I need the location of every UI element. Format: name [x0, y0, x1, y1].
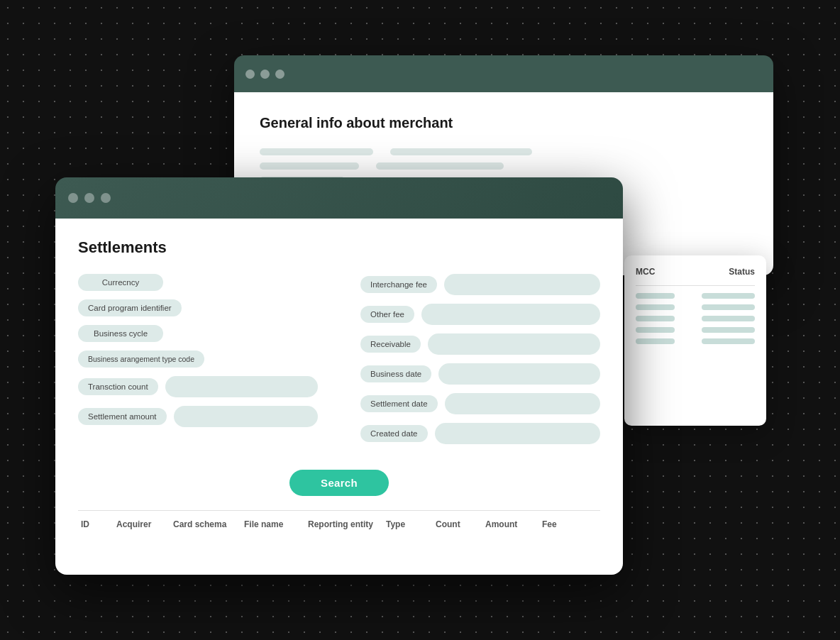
filter-label-business-date: Business date	[360, 365, 431, 382]
filter-label-business-cycle: Business cycle	[78, 325, 163, 342]
col-id: ID	[78, 519, 114, 529]
filter-row-receivable: Receivable	[360, 333, 600, 355]
right-data-row-5	[636, 338, 755, 344]
right-data-row-1	[636, 293, 755, 299]
filter-row-settlement-date: Settlement date	[360, 393, 600, 414]
filter-label-card-program: Card program identifier	[78, 299, 182, 316]
right-data-status-1	[702, 293, 755, 299]
placeholder-2a	[260, 162, 359, 170]
right-col-headers: MCC Status	[636, 267, 755, 277]
filter-row-created-date: Created date	[360, 423, 600, 444]
filter-input-interchange-fee[interactable]	[444, 274, 600, 295]
filter-left-col: Currecncy Card program identifier Busine…	[78, 274, 318, 453]
search-button[interactable]: Search	[289, 470, 389, 496]
filter-label-currency: Currecncy	[78, 274, 163, 291]
filter-row-business-date: Business date	[360, 363, 600, 385]
filter-input-settlement-date[interactable]	[445, 393, 600, 414]
col-acquirer: Acquirer	[114, 519, 170, 529]
filter-label-created-date: Created date	[360, 425, 428, 442]
placeholder-2b	[376, 162, 504, 170]
col-card-schema: Card schema	[170, 519, 241, 529]
filter-label-business-arrangement: Business arangement type code	[78, 351, 204, 368]
filter-right-col: Interchange fee Other fee Receivable Bus…	[360, 274, 600, 453]
right-data-row-3	[636, 316, 755, 321]
col-type: Type	[383, 519, 433, 529]
right-data-mcc-2	[636, 304, 675, 310]
titlebar-back	[234, 55, 773, 92]
col-file-name: File name	[241, 519, 305, 529]
right-data-status-2	[702, 304, 755, 310]
right-data-row-2	[636, 304, 755, 310]
filter-input-settlement-amount[interactable]	[174, 406, 318, 427]
filter-input-transaction-count[interactable]	[165, 376, 318, 397]
filter-row-business-arrangement: Business arangement type code	[78, 351, 318, 368]
titlebar-dot-1	[245, 70, 255, 79]
window-settlements: Settlements Currecncy Card program ident…	[55, 177, 623, 575]
titlebar-main-dot-2	[84, 193, 94, 203]
filter-input-business-date[interactable]	[438, 363, 600, 385]
titlebar-dot-2	[260, 70, 270, 79]
filter-label-transaction-count: Transction count	[78, 378, 158, 395]
filter-row-business-cycle: Business cycle	[78, 325, 318, 342]
right-divider	[636, 285, 755, 286]
filter-row-interchange-fee: Interchange fee	[360, 274, 600, 295]
filter-label-other-fee: Other fee	[360, 306, 414, 323]
titlebar-main-dot-1	[68, 193, 78, 203]
right-data-mcc-3	[636, 316, 675, 321]
filter-label-settlement-date: Settlement date	[360, 395, 438, 412]
window-table-right: MCC Status	[624, 255, 766, 426]
placeholder-1b	[390, 148, 532, 155]
filter-row-other-fee: Other fee	[360, 304, 600, 325]
right-data-status-5	[702, 338, 755, 344]
general-info-title: General info about merchant	[260, 115, 748, 131]
placeholder-row-1	[260, 148, 748, 155]
settlements-content: Settlements Currecncy Card program ident…	[55, 219, 623, 575]
right-data-row-4	[636, 327, 755, 333]
filter-input-created-date[interactable]	[435, 423, 601, 444]
right-data-mcc-5	[636, 338, 675, 344]
filter-row-currency: Currecncy	[78, 274, 318, 291]
titlebar-main	[55, 177, 623, 219]
right-data-mcc-1	[636, 293, 675, 299]
col-fee: Fee	[539, 519, 582, 529]
col-reporting-entity: Reporting entity	[305, 519, 383, 529]
right-col-status: Status	[729, 267, 755, 277]
filter-row-settlement-amount: Settlement amount	[78, 406, 318, 427]
titlebar-dot-3	[275, 70, 284, 79]
right-data-status-3	[702, 316, 755, 321]
col-amount: Amount	[482, 519, 539, 529]
filter-grid: Currecncy Card program identifier Busine…	[78, 274, 600, 453]
right-data-status-4	[702, 327, 755, 333]
search-button-row: Search	[78, 470, 600, 496]
right-data-mcc-4	[636, 327, 675, 333]
filter-label-interchange-fee: Interchange fee	[360, 276, 437, 293]
placeholder-1a	[260, 148, 373, 155]
col-count: Count	[433, 519, 482, 529]
filter-row-transaction-count: Transction count	[78, 376, 318, 397]
placeholder-row-2	[260, 162, 748, 170]
filter-row-card-program: Card program identifier	[78, 299, 318, 316]
right-col-mcc: MCC	[636, 267, 655, 277]
filter-input-other-fee[interactable]	[421, 304, 600, 325]
titlebar-main-dot-3	[101, 193, 111, 203]
filter-input-receivable[interactable]	[428, 333, 600, 355]
filter-label-receivable: Receivable	[360, 336, 421, 353]
settlements-title: Settlements	[78, 238, 600, 257]
table-header: ID Acquirer Card schema File name Report…	[78, 510, 600, 529]
filter-label-settlement-amount: Settlement amount	[78, 408, 167, 425]
